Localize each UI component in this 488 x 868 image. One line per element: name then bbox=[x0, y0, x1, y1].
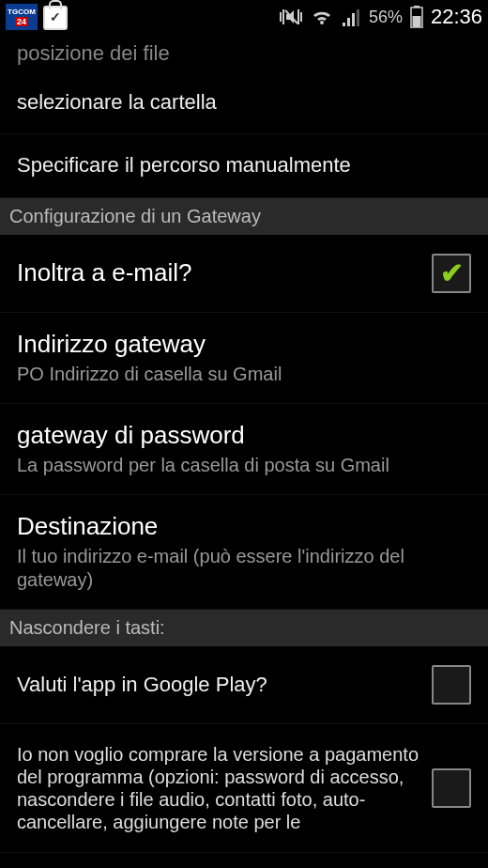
status-bar: TGCOM 24 56% 22:36 bbox=[0, 0, 488, 34]
item-manual-path[interactable]: Specificare il percorso manualmente bbox=[0, 134, 488, 197]
status-left: TGCOM 24 bbox=[6, 4, 68, 30]
item-subtitle: La password per la casella di posta su G… bbox=[17, 454, 471, 477]
item-no-paid-version[interactable]: Io non voglio comprare la versione a pag… bbox=[0, 724, 488, 853]
item-title: gateway di password bbox=[17, 421, 471, 450]
section-gateway: Configurazione di un Gateway bbox=[0, 198, 488, 235]
tgcom-notification-icon: TGCOM 24 bbox=[6, 4, 38, 30]
status-clock: 22:36 bbox=[431, 5, 482, 29]
svg-rect-3 bbox=[412, 16, 420, 27]
item-forward-email[interactable]: Inoltra a e-mail? bbox=[0, 235, 488, 313]
checkbox-forward-email[interactable] bbox=[432, 254, 471, 293]
battery-icon bbox=[410, 6, 423, 28]
checkbox-rate-app[interactable] bbox=[432, 665, 471, 705]
item-gateway-address[interactable]: Indirizzo gateway PO Indirizzo di casell… bbox=[0, 313, 488, 404]
section-hide-buttons: Nascondere i tasti: bbox=[0, 610, 488, 646]
item-gateway-password[interactable]: gateway di password La password per la c… bbox=[0, 404, 488, 495]
item-rate-app[interactable]: Valuti l'app in Google Play? bbox=[0, 646, 488, 724]
item-title: Specificare il percorso manualmente bbox=[17, 153, 471, 178]
shopping-bag-icon bbox=[43, 6, 68, 30]
item-subtitle: PO Indirizzo di casella su Gmail bbox=[17, 363, 471, 386]
signal-icon bbox=[341, 8, 361, 26]
item-select-folder[interactable]: selezionare la cartella bbox=[0, 71, 488, 134]
battery-percent: 56% bbox=[369, 8, 403, 27]
truncated-section-header: posizione dei file bbox=[0, 34, 488, 71]
item-title: Inoltra a e-mail? bbox=[17, 258, 420, 287]
vibrate-mute-icon bbox=[279, 7, 303, 27]
item-destination[interactable]: Destinazione Il tuo indirizzo e-mail (pu… bbox=[0, 495, 488, 610]
checkbox-no-paid[interactable] bbox=[432, 768, 471, 808]
item-title: Indirizzo gateway bbox=[17, 330, 471, 359]
item-title: Valuti l'app in Google Play? bbox=[17, 673, 420, 697]
item-subtitle: Il tuo indirizzo e-mail (può essere l'in… bbox=[17, 545, 471, 592]
item-title: Io non voglio comprare la versione a pag… bbox=[17, 743, 420, 833]
item-title: selezionare la cartella bbox=[17, 90, 471, 115]
wifi-icon bbox=[311, 8, 333, 26]
item-title: Destinazione bbox=[17, 512, 471, 541]
status-right: 56% 22:36 bbox=[279, 5, 482, 29]
